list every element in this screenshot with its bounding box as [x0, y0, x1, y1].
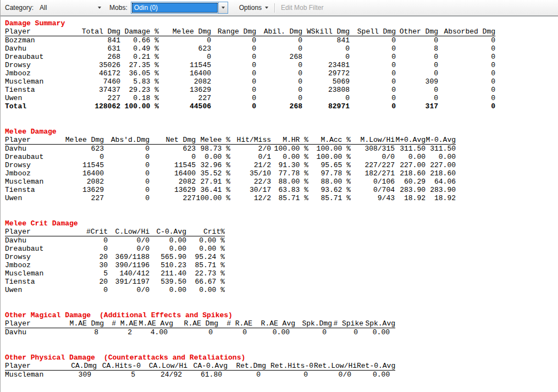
value-cell: 0 [211, 78, 256, 86]
value-cell: 0 [438, 78, 495, 86]
value-cell: 0 [350, 102, 396, 111]
value-cell: 0/704 [351, 186, 395, 194]
column-header: Absorbed Dmg [438, 27, 495, 36]
category-dropdown[interactable]: All [37, 2, 104, 13]
value-cell: 0 [266, 371, 313, 379]
value-cell: 0 [150, 153, 196, 161]
table-row: Drowsy3502627.35 %115450023481000 [5, 61, 495, 69]
value-cell: 0 [256, 45, 302, 53]
value-cell: 5069 [302, 78, 350, 86]
mobs-dropdown[interactable]: Odin (0) [131, 2, 228, 14]
value-cell: 0/0 [108, 245, 150, 253]
column-header: Ret.Hits-0 [266, 362, 313, 371]
value-cell: 0 [211, 86, 256, 94]
value-cell: 0 [438, 86, 495, 94]
value-cell: 308/315 [351, 145, 395, 153]
value-cell: 0 [256, 36, 302, 45]
value-cell: 36.05 % [120, 69, 159, 78]
value-cell: 0 [438, 94, 495, 102]
value-cell: 0 [295, 328, 332, 337]
value-cell: 0.00 [357, 371, 395, 379]
value-cell: 0 [159, 36, 211, 45]
value-cell: 0/1 [230, 153, 271, 161]
column-header: # Spike [332, 319, 363, 328]
value-cell: 0 [438, 53, 495, 61]
value-cell: 0 [396, 36, 438, 45]
value-cell: 0.00 [363, 328, 395, 337]
column-header: CA.Dmg [65, 362, 97, 371]
table-row: Davhu00/00.000.00 % [5, 236, 225, 245]
player-cell: Muscleman [5, 178, 64, 186]
value-cell: 0 [350, 86, 396, 94]
table-row: Bozzman8410.66 %000841000 [5, 36, 495, 45]
value-cell: 227 [159, 94, 211, 102]
value-cell: 317 [396, 102, 438, 111]
value-cell: 0 [396, 61, 438, 69]
section-title: Damage Summary [5, 20, 558, 27]
value-cell: 510.23 [150, 261, 186, 269]
column-header: CA.Low/Hi [141, 362, 187, 371]
value-cell: 0 [256, 94, 302, 102]
value-cell: 0 [256, 78, 302, 86]
value-cell: 8 [65, 328, 104, 337]
column-header: # R.AE [218, 319, 252, 328]
header-row: PlayerMelee DmgAbs'd.DmgNet DmgMelee %Hi… [5, 136, 456, 145]
value-cell: 0 [302, 94, 350, 102]
section-other-magical-damage: Other Magical Damage(Additional Effects … [5, 312, 558, 336]
player-cell: Jmbooz [5, 69, 74, 78]
value-cell: 12/2 [230, 194, 271, 202]
column-header: Total Dmg [74, 27, 120, 36]
mobs-selected-value[interactable]: Odin (0) [132, 3, 218, 13]
value-cell: 11545 [150, 161, 196, 169]
other-magical-damage-table: PlayerM.AE Dmg# M.AEM.AE AvgR.AE Dmg# R.… [5, 319, 395, 336]
value-cell: 35026 [74, 61, 120, 69]
value-cell: 0 [350, 94, 396, 102]
value-cell: 0 [211, 102, 256, 111]
value-cell: 0 [302, 45, 350, 53]
header-row: Player#CritC.Low/HiC-0.AvgCrit% [5, 228, 225, 236]
options-button[interactable]: Options [236, 2, 272, 14]
value-cell: 88.00 % [271, 178, 308, 186]
mobs-dropdown-arrow-button[interactable] [218, 2, 228, 13]
value-cell: 0 [104, 169, 150, 178]
value-cell: 0 [438, 61, 495, 69]
value-cell: 0 [76, 245, 108, 253]
player-cell: Muscleman [5, 371, 65, 379]
section-title: Other Physical Damage(Counterattacks and… [5, 354, 558, 362]
value-cell: 0.66 % [120, 36, 159, 45]
value-cell: 0.00 % [186, 245, 225, 253]
value-cell: 0 [104, 194, 150, 202]
value-cell: 0.18 % [120, 94, 159, 102]
column-header: Melee Dmg [159, 27, 211, 36]
value-cell: 2082 [64, 178, 104, 186]
value-cell: 0 [76, 236, 108, 245]
value-cell: 227.00 [395, 161, 426, 169]
column-header: Player [5, 319, 65, 328]
player-cell: Jmbooz [5, 169, 64, 178]
column-header: Ret.Low/Hi [313, 362, 357, 371]
value-cell: 13629 [64, 186, 104, 194]
value-cell: 623 [150, 145, 196, 153]
section-title-text: Melee Crit Damage [5, 219, 78, 228]
player-cell: Uwen [5, 286, 76, 294]
category-selected-value: All [40, 4, 47, 12]
value-cell: 227 [74, 94, 120, 102]
value-cell: 0.00 [252, 328, 295, 337]
value-cell: 0 [302, 53, 350, 61]
column-header: Hit/Miss [230, 136, 271, 145]
value-cell: 0 [211, 36, 256, 45]
section-title-text: Other Physical Damage [5, 354, 95, 362]
chevron-down-icon [265, 7, 268, 9]
value-cell: 311.50 [426, 145, 456, 153]
column-header: #Crit [76, 228, 108, 236]
table-row: Dreaubaut2680.21 %002680000 [5, 53, 495, 61]
value-cell: 283.90 [395, 186, 426, 194]
column-header: Abil. Dmg [256, 27, 302, 36]
mobs-value-text: Odin (0) [134, 4, 158, 12]
value-cell: 0 [396, 69, 438, 78]
value-cell: 61.80 [187, 371, 228, 379]
melee-damage-table: PlayerMelee DmgAbs'd.DmgNet DmgMelee %Hi… [5, 136, 456, 202]
player-cell: Dreaubaut [5, 53, 74, 61]
column-header: Spk.Dmg [295, 319, 332, 328]
column-header: Melee Dmg [64, 136, 104, 145]
